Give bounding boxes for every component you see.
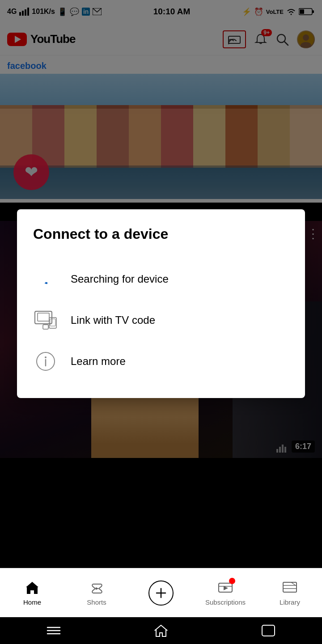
svg-rect-19 (50, 319, 55, 326)
connect-device-modal: Connect to a device Searching for device… (17, 209, 305, 398)
system-menu-button[interactable] (40, 622, 67, 640)
library-label: Library (280, 598, 300, 606)
bottom-nav: Home Shorts (0, 568, 322, 617)
learn-more-item[interactable]: Learn more (33, 341, 289, 382)
searching-device-item[interactable]: Searching for device (33, 258, 289, 300)
library-icon (282, 580, 298, 596)
create-button[interactable] (148, 580, 174, 606)
tv-code-icon (33, 308, 58, 333)
searching-device-label: Searching for device (71, 273, 169, 285)
svg-rect-33 (262, 625, 275, 636)
system-nav (0, 617, 322, 644)
nav-create[interactable] (129, 580, 193, 606)
learn-more-label: Learn more (71, 355, 126, 368)
info-icon (33, 349, 58, 374)
nav-shorts[interactable]: Shorts (64, 580, 129, 606)
svg-point-22 (45, 356, 47, 358)
modal-title: Connect to a device (33, 225, 289, 242)
svg-rect-17 (43, 325, 48, 329)
home-label: Home (23, 598, 41, 606)
subscriptions-notification-dot (229, 578, 235, 584)
nav-subscriptions[interactable]: Subscriptions (193, 580, 258, 606)
svg-rect-27 (283, 582, 297, 592)
shorts-icon (89, 580, 105, 596)
subscriptions-icon (217, 580, 233, 596)
searching-icon (33, 267, 58, 292)
link-tv-code-label: Link with TV code (71, 314, 155, 326)
home-icon (24, 580, 40, 596)
system-back-button[interactable] (255, 622, 282, 640)
link-tv-code-item[interactable]: Link with TV code (33, 300, 289, 341)
nav-library[interactable]: Library (258, 580, 322, 606)
system-home-button[interactable] (148, 622, 174, 640)
subscriptions-label: Subscriptions (205, 598, 246, 606)
svg-rect-16 (38, 313, 49, 321)
shorts-label: Shorts (87, 598, 106, 606)
nav-home[interactable]: Home (0, 580, 64, 606)
